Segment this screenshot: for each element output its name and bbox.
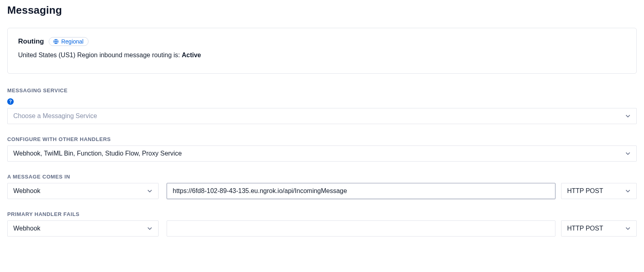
message-in-handler-value: Webhook: [13, 187, 40, 195]
chevron-down-icon: [625, 226, 631, 231]
chevron-down-icon: [625, 113, 631, 119]
chevron-down-icon: [625, 188, 631, 194]
primary-fail-handler-value: Webhook: [13, 225, 40, 232]
page-title: Messaging: [7, 4, 637, 17]
primary-fail-url-input[interactable]: [167, 220, 555, 237]
messaging-service-label: MESSAGING SERVICE: [7, 87, 637, 93]
routing-card-header: Routing Regional: [18, 37, 626, 46]
messaging-service-fieldset: MESSAGING SERVICE Choose a Messaging Ser…: [7, 87, 637, 124]
configure-handlers-label: CONFIGURE WITH OTHER HANDLERS: [7, 136, 637, 142]
message-in-method-value: HTTP POST: [567, 187, 603, 195]
routing-title: Routing: [18, 37, 44, 46]
configure-handlers-fieldset: CONFIGURE WITH OTHER HANDLERS Webhook, T…: [7, 136, 637, 162]
message-in-label: A MESSAGE COMES IN: [7, 174, 637, 180]
regional-badge-label: Regional: [61, 39, 83, 44]
primary-fail-label: PRIMARY HANDLER FAILS: [7, 211, 637, 217]
messaging-service-placeholder: Choose a Messaging Service: [13, 112, 97, 120]
chevron-down-icon: [147, 188, 153, 194]
configure-handlers-value: Webhook, TwiML Bin, Function, Studio Flo…: [13, 150, 182, 157]
routing-status-prefix: United States (US1) Region inbound messa…: [18, 52, 182, 58]
primary-fail-method-select[interactable]: HTTP POST: [561, 220, 637, 237]
message-in-url-input[interactable]: [167, 183, 555, 199]
routing-status-value: Active: [182, 52, 201, 58]
message-in-fieldset: A MESSAGE COMES IN Webhook HTTP POST: [7, 174, 637, 199]
regional-badge[interactable]: Regional: [49, 37, 89, 46]
message-in-handler-select[interactable]: Webhook: [7, 183, 159, 199]
chevron-down-icon: [147, 226, 153, 231]
routing-card: Routing Regional United States (US1) Reg…: [7, 28, 637, 74]
configure-handlers-select[interactable]: Webhook, TwiML Bin, Function, Studio Flo…: [7, 145, 637, 162]
primary-fail-method-value: HTTP POST: [567, 225, 603, 232]
message-in-method-select[interactable]: HTTP POST: [561, 183, 637, 199]
messaging-service-select[interactable]: Choose a Messaging Service: [7, 108, 637, 124]
routing-status: United States (US1) Region inbound messa…: [18, 52, 626, 59]
primary-fail-handler-select[interactable]: Webhook: [7, 220, 159, 237]
chevron-down-icon: [625, 151, 631, 156]
globe-icon: [53, 39, 59, 44]
help-icon[interactable]: [7, 98, 14, 105]
primary-fail-fieldset: PRIMARY HANDLER FAILS Webhook HTTP POST: [7, 211, 637, 237]
